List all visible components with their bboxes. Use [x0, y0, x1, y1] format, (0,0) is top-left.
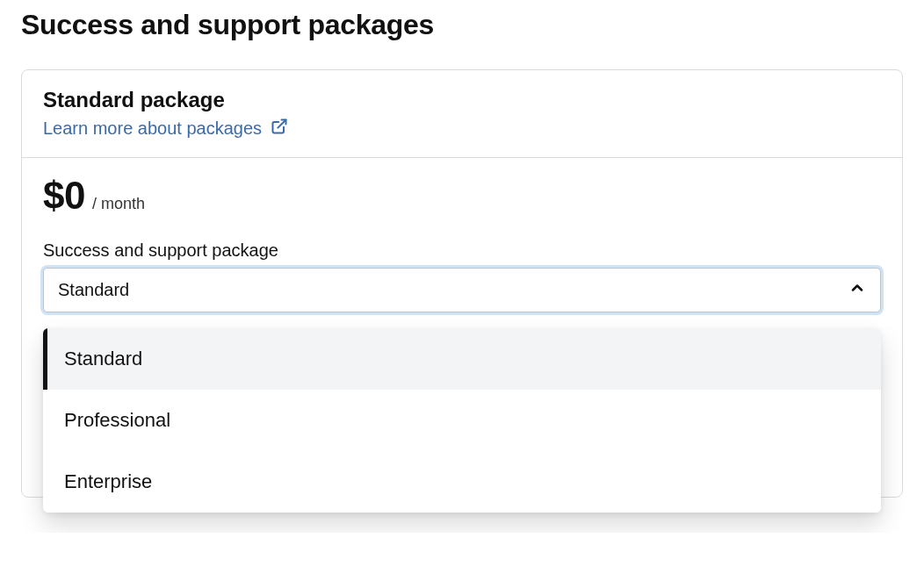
price-line: $0 / month: [43, 174, 881, 218]
learn-more-link[interactable]: Learn more about packages: [43, 118, 288, 140]
svg-line-0: [278, 120, 285, 128]
card-header: Standard package Learn more about packag…: [22, 70, 902, 158]
select-label: Success and support package: [43, 240, 881, 261]
option-standard[interactable]: Standard: [43, 328, 881, 390]
select-value: Standard: [58, 280, 129, 300]
chevron-up-icon: [848, 279, 866, 301]
price-amount: $0: [43, 174, 85, 218]
package-dropdown: Standard Professional Enterprise: [43, 328, 881, 513]
option-professional[interactable]: Professional: [43, 390, 881, 451]
package-name: Standard package: [43, 88, 881, 112]
page-title: Success and support packages: [21, 9, 903, 41]
card-body: $0 / month Success and support package S…: [22, 158, 902, 497]
learn-more-label: Learn more about packages: [43, 118, 262, 139]
option-enterprise[interactable]: Enterprise: [43, 451, 881, 513]
price-period: / month: [92, 195, 145, 213]
package-select[interactable]: Standard: [43, 268, 881, 312]
external-link-icon: [271, 118, 288, 140]
package-card: Standard package Learn more about packag…: [21, 69, 903, 498]
